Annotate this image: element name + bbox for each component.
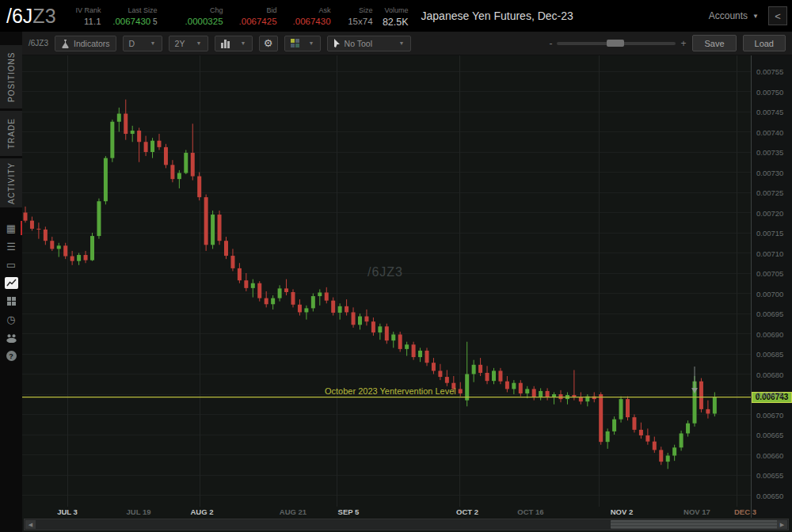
candle-body bbox=[117, 114, 121, 122]
price-axis-label: 0.00730 bbox=[756, 169, 791, 177]
price-axis-label: 0.00665 bbox=[756, 431, 791, 439]
candle-body bbox=[713, 397, 717, 414]
candle-body bbox=[672, 447, 676, 455]
layout-select[interactable]: ▼ bbox=[284, 36, 321, 51]
symbol-root: /6J bbox=[6, 5, 32, 27]
candle-body bbox=[478, 365, 482, 373]
help-icon[interactable]: ? bbox=[0, 347, 22, 365]
range-select[interactable]: 2Y▼ bbox=[169, 36, 208, 51]
candle-body bbox=[271, 298, 275, 305]
candle-body bbox=[158, 141, 162, 147]
candle-body bbox=[385, 326, 389, 340]
price-axis-label: 0.00655 bbox=[756, 471, 791, 480]
save-button[interactable]: Save bbox=[692, 35, 736, 51]
candle-body bbox=[57, 245, 61, 249]
candle-body bbox=[653, 442, 657, 450]
candle-body bbox=[666, 456, 670, 462]
time-axis-label: AUG 21 bbox=[280, 507, 307, 516]
list-icon[interactable]: ☰ bbox=[0, 238, 22, 256]
price-axis-label: 0.00720 bbox=[756, 209, 791, 218]
quote-header: /6JZ3 IV Rank11.1Last Size.0067430 5Chg.… bbox=[0, 0, 792, 32]
chart-type-select[interactable]: ▼ bbox=[215, 36, 253, 51]
chart-scrollbar[interactable]: ◀ ▶ bbox=[24, 519, 789, 530]
candle-body bbox=[391, 335, 395, 341]
toolbar-symbol-label: /6JZ3 bbox=[29, 39, 48, 48]
layout-grid-icon bbox=[291, 39, 299, 48]
candle-body bbox=[77, 255, 81, 261]
scrollbar-thumb[interactable] bbox=[611, 520, 779, 529]
collapse-panel-button[interactable]: < bbox=[768, 6, 787, 25]
zoom-slider[interactable] bbox=[557, 42, 676, 45]
candle-body bbox=[150, 141, 154, 152]
zoom-out-button[interactable]: - bbox=[549, 38, 552, 49]
quote-stat: IV Rank11.1 bbox=[74, 5, 101, 28]
chart-icon[interactable] bbox=[0, 274, 22, 292]
zoom-control: - + bbox=[549, 38, 686, 49]
sidebar-tab-activity[interactable]: ACTIVITY bbox=[0, 158, 22, 207]
left-sidebar: POSITIONSTRADEACTIVITY ▦☰▭◷? bbox=[0, 32, 22, 532]
gear-icon: ⚙ bbox=[264, 37, 273, 49]
chevron-down-icon: ▼ bbox=[399, 40, 405, 46]
notebook-icon[interactable]: ▦ bbox=[0, 219, 22, 238]
chevron-down-icon: ▼ bbox=[241, 40, 246, 46]
sidebar-tab-trade[interactable]: TRADE bbox=[0, 111, 22, 156]
time-axis-label: JUL 19 bbox=[127, 507, 151, 516]
candle-body bbox=[177, 173, 181, 180]
drawing-tool-select[interactable]: No Tool ▼ bbox=[327, 36, 411, 51]
scroll-left-arrow[interactable]: ◀ bbox=[25, 520, 36, 529]
time-axis[interactable]: JUL 3JUL 19AUG 2AUG 21SEP 5OCT 2OCT 16NO… bbox=[22, 507, 751, 518]
users-icon[interactable] bbox=[0, 329, 22, 347]
candlestick-chart-canvas[interactable] bbox=[22, 55, 751, 507]
candle-body bbox=[459, 389, 463, 393]
candle-body bbox=[50, 241, 54, 249]
chart-settings-button[interactable]: ⚙ bbox=[259, 36, 278, 51]
zoom-slider-handle[interactable] bbox=[607, 40, 624, 47]
indicators-button[interactable]: Indicators bbox=[55, 36, 116, 51]
price-axis[interactable]: 0.006743 0.007550.007500.007450.007400.0… bbox=[751, 55, 792, 518]
accounts-dropdown[interactable]: Accounts ▼ bbox=[709, 10, 759, 21]
price-axis-label: 0.00700 bbox=[756, 290, 791, 298]
price-axis-label: 0.00755 bbox=[756, 67, 791, 76]
stat-value: 11.1 bbox=[74, 17, 101, 26]
candle-body bbox=[371, 321, 375, 332]
candle-body bbox=[686, 424, 690, 434]
candle-body bbox=[699, 382, 703, 409]
monitor-icon[interactable]: ▭ bbox=[0, 256, 22, 274]
candle-body bbox=[204, 197, 208, 245]
candle-body bbox=[191, 153, 195, 177]
time-axis-label: SEP 5 bbox=[338, 507, 360, 516]
clock-icon[interactable]: ◷ bbox=[0, 310, 22, 329]
candle-body bbox=[164, 147, 168, 165]
scroll-right-arrow[interactable]: ▶ bbox=[777, 520, 787, 529]
quote-stat: Last Size.0067430 5 bbox=[105, 5, 158, 28]
timeframe-select[interactable]: D▼ bbox=[123, 36, 162, 51]
zoom-in-button[interactable]: + bbox=[680, 38, 686, 49]
price-axis-label: 0.00740 bbox=[756, 128, 791, 137]
time-axis-label: JUL 3 bbox=[57, 507, 78, 516]
stat-value: 15x74 bbox=[335, 17, 373, 26]
chevron-down-icon: ▼ bbox=[150, 40, 156, 46]
sidebar-tab-positions[interactable]: POSITIONS bbox=[0, 45, 22, 108]
candle-body bbox=[465, 374, 469, 401]
tool-value: No Tool bbox=[345, 39, 372, 48]
price-axis-label: 0.00695 bbox=[756, 310, 791, 318]
candle-body bbox=[546, 391, 550, 397]
candle-body bbox=[90, 236, 94, 260]
stat-value: 82.5K bbox=[377, 17, 409, 28]
time-axis-label: OCT 16 bbox=[517, 507, 543, 516]
candle-body bbox=[438, 370, 442, 377]
range-value: 2Y bbox=[175, 39, 185, 48]
candle-body bbox=[626, 399, 630, 417]
price-axis-label: 0.00725 bbox=[756, 188, 791, 197]
timeframe-value: D bbox=[129, 39, 135, 48]
load-button[interactable]: Load bbox=[743, 35, 786, 51]
apps-grid-icon[interactable] bbox=[0, 292, 22, 310]
candle-body bbox=[30, 221, 34, 229]
candle-body bbox=[599, 394, 603, 442]
candle-body bbox=[539, 391, 543, 397]
candle-body bbox=[184, 153, 188, 173]
candle-body bbox=[318, 292, 322, 296]
candle-body bbox=[418, 351, 422, 357]
candle-body bbox=[352, 312, 356, 325]
level-line-label[interactable]: October 2023 Yentervention Level bbox=[325, 386, 456, 396]
